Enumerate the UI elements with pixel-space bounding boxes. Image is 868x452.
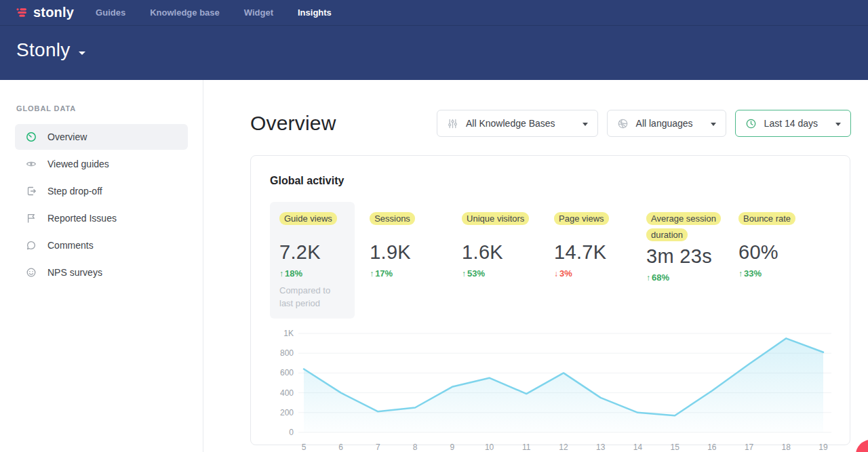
- sidebar: GLOBAL DATA Overview Viewed guides: [0, 80, 203, 452]
- sidebar-item-label: Viewed guides: [47, 159, 109, 169]
- sidebar-item-label: Reported Issues: [47, 213, 117, 224]
- svg-text:16: 16: [707, 443, 717, 452]
- svg-text:19: 19: [818, 443, 828, 452]
- workspace-switcher[interactable]: Stonly: [0, 26, 868, 61]
- sidebar-section-label: GLOBAL DATA: [0, 104, 203, 113]
- stat-value: 60%: [738, 241, 831, 264]
- global-activity-card: Global activity Guide views 7.2K ↑18% Co…: [250, 155, 850, 445]
- stat-change: ↓3%: [554, 268, 646, 279]
- svg-text:9: 9: [450, 443, 455, 452]
- svg-text:1K: 1K: [283, 329, 294, 338]
- svg-text:13: 13: [596, 443, 606, 452]
- svg-text:7: 7: [376, 443, 380, 452]
- sidebar-item-step-drop-off[interactable]: Step drop-off: [15, 178, 188, 204]
- stat-value: 1.6K: [462, 241, 554, 264]
- stat-value: 14.7K: [554, 241, 646, 264]
- stat-change: ↑53%: [462, 268, 554, 279]
- sidebar-item-label: Step drop-off: [47, 186, 102, 197]
- filter-label: All Knowledge Bases: [466, 118, 555, 129]
- sliders-icon: [447, 118, 458, 129]
- chevron-down-icon: [711, 123, 716, 126]
- stat-value: 7.2K: [279, 241, 345, 264]
- chevron-down-icon: [583, 123, 588, 126]
- workspace-title: Stonly: [16, 39, 71, 61]
- sidebar-item-label: Comments: [47, 240, 94, 251]
- clock-icon: [745, 118, 757, 129]
- sidebar-item-nps-surveys[interactable]: NPS surveys: [15, 260, 188, 285]
- stat-page-views[interactable]: Page views 14.7K ↓3%: [554, 202, 646, 279]
- flag-icon: [26, 213, 37, 224]
- app-header: stonly Guides Knowledge base Widget Insi…: [0, 0, 868, 80]
- svg-text:10: 10: [485, 443, 494, 452]
- languages-filter[interactable]: All languages: [607, 110, 726, 137]
- sidebar-item-label: Overview: [47, 131, 87, 142]
- svg-text:800: 800: [280, 348, 294, 358]
- logo-text: stonly: [33, 5, 74, 20]
- svg-text:11: 11: [522, 443, 531, 452]
- top-nav-bar: stonly Guides Knowledge base Widget Insi…: [0, 0, 868, 26]
- chevron-down-icon: [79, 52, 85, 55]
- stonly-logo-icon: [16, 7, 28, 18]
- stats-row: Guide views 7.2K ↑18% Compared to last p…: [270, 202, 831, 319]
- svg-text:0: 0: [289, 428, 294, 437]
- nav-guides[interactable]: Guides: [96, 7, 125, 18]
- chevron-down-icon: [835, 123, 841, 126]
- smiley-icon: [26, 267, 37, 278]
- trend-arrow-icon: ↑: [279, 269, 283, 279]
- svg-text:5: 5: [302, 443, 307, 452]
- svg-text:12: 12: [559, 443, 568, 452]
- nav-insights[interactable]: Insights: [298, 7, 332, 18]
- trend-arrow-icon: ↑: [738, 269, 743, 279]
- filter-label: Last 14 days: [764, 118, 818, 129]
- svg-text:8: 8: [413, 443, 418, 452]
- sidebar-item-overview[interactable]: Overview: [15, 124, 188, 150]
- gauge-icon: [26, 131, 37, 142]
- svg-text:200: 200: [280, 407, 294, 417]
- stat-change: ↑33%: [738, 268, 831, 279]
- stat-note: Compared to last period: [279, 285, 345, 310]
- stat-change: ↑17%: [370, 268, 462, 279]
- svg-text:18: 18: [782, 443, 791, 452]
- svg-text:600: 600: [280, 368, 294, 377]
- stat-change: ↑68%: [646, 272, 738, 283]
- stat-change: ↑18%: [279, 268, 345, 279]
- svg-text:6: 6: [338, 443, 343, 452]
- trend-arrow-icon: ↑: [646, 273, 650, 283]
- date-range-filter[interactable]: Last 14 days: [735, 110, 851, 137]
- nav-knowledge-base[interactable]: Knowledge base: [150, 7, 220, 18]
- card-title: Global activity: [270, 175, 831, 187]
- knowledge-bases-filter[interactable]: All Knowledge Bases: [437, 110, 598, 137]
- svg-text:17: 17: [745, 443, 754, 452]
- stonly-logo[interactable]: stonly: [16, 5, 74, 20]
- sidebar-item-label: NPS surveys: [47, 267, 102, 278]
- filter-label: All languages: [636, 118, 693, 129]
- comment-icon: [26, 240, 37, 251]
- stat-guide-views[interactable]: Guide views 7.2K ↑18% Compared to last p…: [270, 202, 355, 319]
- svg-text:14: 14: [633, 443, 643, 452]
- chart-area: 02004006008001K5678910111213141516171819: [270, 327, 831, 452]
- globe-icon: [617, 118, 629, 129]
- page-title: Overview: [250, 112, 336, 135]
- stat-bounce-rate[interactable]: Bounce rate 60% ↑33%: [738, 202, 831, 279]
- stat-avg-session-duration[interactable]: Average session duration 3m 23s ↑68%: [646, 202, 738, 283]
- activity-chart: 02004006008001K5678910111213141516171819: [270, 327, 833, 452]
- step-out-icon: [26, 186, 37, 197]
- stat-sessions[interactable]: Sessions 1.9K ↑17%: [370, 202, 462, 279]
- svg-text:400: 400: [280, 388, 294, 397]
- svg-text:15: 15: [670, 443, 679, 452]
- sidebar-item-comments[interactable]: Comments: [15, 232, 188, 258]
- trend-arrow-icon: ↓: [554, 269, 558, 279]
- top-nav: Guides Knowledge base Widget Insights: [96, 7, 332, 18]
- stat-value: 1.9K: [370, 241, 462, 264]
- nav-widget[interactable]: Widget: [244, 7, 273, 18]
- trend-arrow-icon: ↑: [462, 269, 466, 279]
- sidebar-item-viewed-guides[interactable]: Viewed guides: [15, 151, 188, 177]
- main-content: Overview All Knowledge Bases: [203, 80, 868, 452]
- stat-value: 3m 23s: [646, 245, 738, 268]
- filters-row: All Knowledge Bases All languages: [437, 110, 851, 137]
- stat-unique-visitors[interactable]: Unique visitors 1.6K ↑53%: [462, 202, 554, 279]
- eye-icon: [26, 159, 37, 169]
- sidebar-item-reported-issues[interactable]: Reported Issues: [15, 205, 188, 231]
- trend-arrow-icon: ↑: [370, 269, 374, 279]
